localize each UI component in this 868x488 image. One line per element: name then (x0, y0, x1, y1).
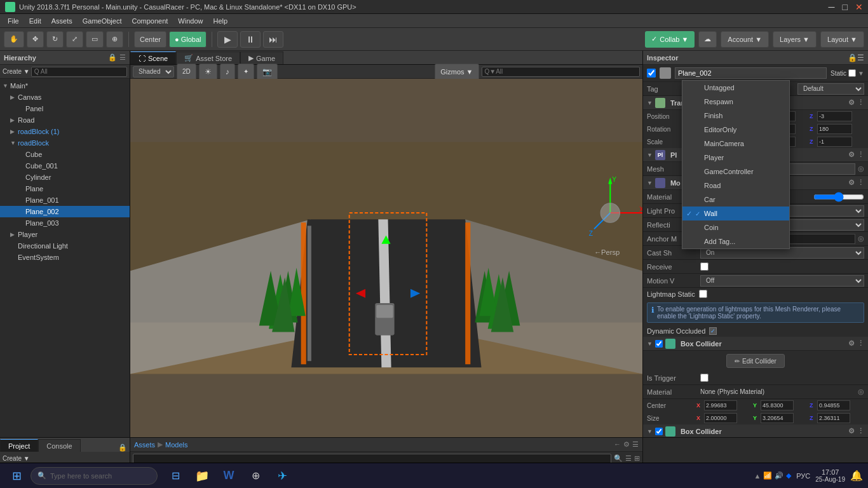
tag-add[interactable]: Add Tag... (682, 234, 789, 248)
center-btn[interactable]: Center (134, 31, 166, 48)
collab-btn[interactable]: ✓ Collab ▼ (645, 31, 695, 48)
transform-settings-icon[interactable]: ⚙ (848, 98, 855, 107)
center1-y-input[interactable]: 45.8300 (761, 400, 794, 410)
taskbar-search-box[interactable]: 🔍 Type here to search (31, 467, 158, 485)
assets-more-btn[interactable]: ☰ (632, 440, 639, 449)
tab-project[interactable]: Project (0, 439, 38, 452)
static-checkbox[interactable] (848, 69, 856, 77)
minimize-btn[interactable]: ─ (829, 2, 835, 12)
gizmos-btn[interactable]: Gizmos ▼ (435, 64, 478, 80)
scene-search[interactable] (482, 67, 640, 77)
tree-item-roadblock[interactable]: ▼ roadBlock (0, 137, 130, 149)
tag-player[interactable]: Player (682, 151, 789, 165)
2d-btn[interactable]: 2D (177, 64, 196, 80)
dynamic-occluded-checkbox[interactable]: ✓ (709, 327, 717, 335)
tree-item-plane003[interactable]: Plane_003 (0, 217, 130, 229)
obj-active-checkbox[interactable] (647, 69, 656, 78)
tree-item-player[interactable]: ▶ Player (0, 229, 130, 240)
tag-car[interactable]: Car (682, 193, 789, 207)
mesh-target-icon[interactable]: ◎ (858, 165, 864, 173)
tab-asset-store[interactable]: 🛒 Asset Store (176, 51, 240, 64)
center1-x-input[interactable]: 2.99683 (704, 400, 737, 410)
tag-coin[interactable]: Coin (682, 220, 789, 234)
tree-item-cube[interactable]: Cube (0, 149, 130, 160)
taskbar-app-word[interactable]: W (216, 464, 241, 487)
tab-game[interactable]: ▶ Game (240, 51, 283, 64)
physic-material1-target[interactable]: ◎ (858, 388, 864, 396)
mesh-filter-settings[interactable]: ⚙ (848, 151, 855, 159)
taskbar-app-unity[interactable]: ⊕ (243, 464, 268, 487)
taskbar-app-explorer[interactable]: 📁 (189, 464, 215, 487)
time-display[interactable]: 17:07 25-Aug-19 (815, 468, 845, 483)
menu-edit[interactable]: Edit (24, 16, 46, 26)
shading-select[interactable]: Shaded (133, 66, 174, 78)
scale-tool-btn[interactable]: ⤢ (66, 31, 83, 48)
material-slider[interactable] (813, 192, 864, 202)
notification-icon[interactable]: 🔔 (850, 470, 863, 482)
tree-item-canvas[interactable]: ▶ Canvas (0, 92, 130, 103)
menu-assets[interactable]: Assets (46, 16, 78, 26)
move-tool-btn[interactable]: ✥ (27, 31, 44, 48)
network-icon[interactable]: 📶 (763, 471, 772, 480)
transform-tool-btn[interactable]: ⊕ (106, 31, 123, 48)
breadcrumb-models[interactable]: Models (165, 441, 187, 449)
is-trigger1-checkbox[interactable] (700, 374, 709, 382)
volume-icon[interactable]: 🔊 (775, 471, 783, 480)
create-label[interactable]: Create ▼ (3, 68, 30, 75)
tree-item-main[interactable]: ▼ Main* (0, 80, 130, 92)
pos-z-input[interactable] (817, 111, 852, 121)
tree-item-plane[interactable]: Plane (0, 183, 130, 194)
tree-item-roadblock1[interactable]: ▶ roadBlock (1) (0, 126, 130, 137)
pause-btn[interactable]: ⏸ (240, 31, 261, 48)
taskbar-app-taskview[interactable]: ⊟ (163, 464, 188, 487)
obj-name-input[interactable] (675, 67, 827, 79)
dropbox-icon[interactable]: ◆ (786, 471, 791, 480)
hand-tool-btn[interactable]: ✋ (4, 31, 24, 48)
box-collider1-section[interactable]: ▼ Box Collider ⚙ ⋮ (643, 337, 868, 351)
size1-y-input[interactable]: 3.20654 (761, 413, 794, 423)
size1-x-input[interactable]: 2.00000 (704, 413, 737, 423)
inspector-menu-icon[interactable]: ☰ (857, 53, 864, 62)
tree-item-panel[interactable]: Panel (0, 103, 130, 114)
audio-btn[interactable]: ♪ (220, 64, 235, 80)
tree-item-cube001[interactable]: Cube_001 (0, 160, 130, 172)
tree-item-cylinder[interactable]: Cylinder (0, 172, 130, 183)
rect-tool-btn[interactable]: ▭ (86, 31, 104, 48)
assets-expand-btn[interactable]: ⊞ (634, 454, 640, 463)
bc1-settings[interactable]: ⚙ (848, 339, 855, 348)
rot-z-input[interactable] (817, 124, 852, 134)
tag-untagged[interactable]: Untagged (682, 81, 789, 95)
anchor-target[interactable]: ◎ (858, 234, 864, 243)
camera-btn[interactable]: 📷 (257, 64, 278, 80)
account-btn[interactable]: Account ▼ (721, 31, 769, 48)
close-btn[interactable]: ✕ (855, 2, 863, 12)
tree-item-plane002[interactable]: Plane_002 (0, 206, 130, 217)
start-button[interactable]: ⊞ (5, 464, 28, 487)
tag-gamecontroller[interactable]: GameController (682, 165, 789, 179)
menu-window[interactable]: Window (173, 16, 208, 26)
motion-select[interactable]: Off (700, 275, 864, 287)
box-collider2-section[interactable]: ▼ Box Collider ⚙ ⋮ (643, 424, 868, 437)
bc2-settings[interactable]: ⚙ (848, 427, 855, 435)
hierarchy-search[interactable] (31, 67, 127, 77)
tab-console[interactable]: Console (38, 439, 80, 452)
layers-btn[interactable]: Layers ▼ (773, 31, 817, 48)
tree-item-eventsystem[interactable]: EventSystem (0, 252, 130, 263)
tag-finish[interactable]: Finish (682, 109, 789, 123)
tag-road[interactable]: Road (682, 179, 789, 193)
global-btn[interactable]: ● Global (169, 31, 207, 48)
mesh-filter-more[interactable]: ⋮ (857, 151, 864, 159)
assets-filter-btn[interactable]: ☰ (625, 454, 632, 463)
tree-item-plane001[interactable]: Plane_001 (0, 194, 130, 206)
play-btn[interactable]: ▶ (217, 31, 238, 48)
size1-z-input[interactable]: 2.36311 (817, 413, 850, 423)
center1-z-input[interactable]: 0.94855 (817, 400, 850, 410)
tag-wall[interactable]: ✓ Wall (682, 207, 789, 220)
tag-editoronly[interactable]: EditorOnly (682, 123, 789, 137)
tree-item-road[interactable]: ▶ Road (0, 114, 130, 126)
bc1-active-check[interactable] (655, 340, 663, 348)
hierarchy-lock-icon[interactable]: 🔒 (108, 53, 117, 62)
receive-checkbox[interactable] (700, 262, 709, 271)
mesh-renderer-settings[interactable]: ⚙ (848, 179, 855, 187)
project-panel-lock[interactable]: 🔒 (118, 444, 127, 452)
